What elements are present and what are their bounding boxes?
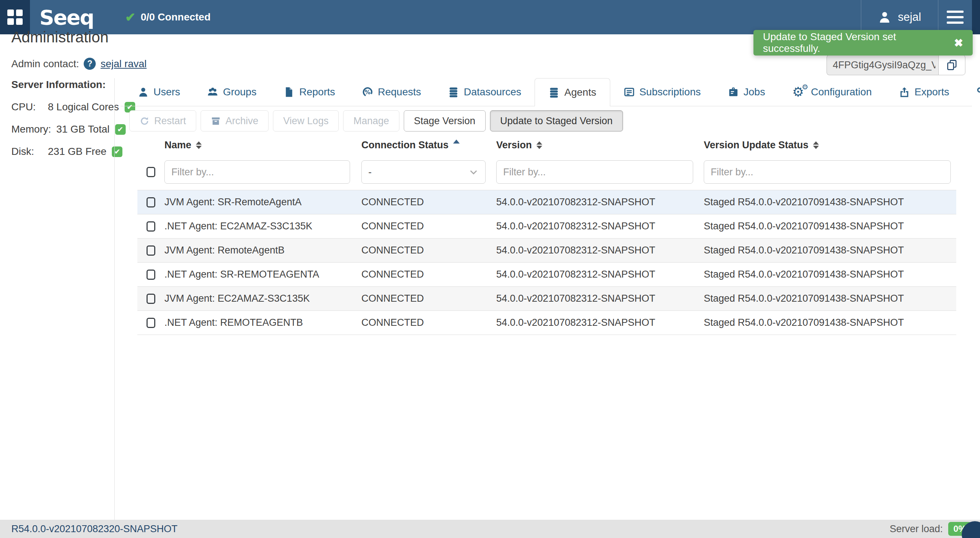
- column-header-name[interactable]: Name: [164, 140, 361, 151]
- table-row[interactable]: JVM Agent: SR-RemoteAgentA CONNECTED 54.…: [137, 190, 956, 214]
- toast-message: Update to Staged Version set successfull…: [754, 31, 945, 54]
- column-label: Connection Status: [361, 140, 449, 151]
- table-row[interactable]: JVM Agent: EC2AMAZ-S3C135K CONNECTED 54.…: [137, 287, 956, 311]
- tab-datasources[interactable]: Datasources: [434, 78, 535, 106]
- tab-label: Agents: [564, 87, 596, 98]
- hamburger-menu-button[interactable]: [939, 0, 972, 34]
- database-icon: [448, 87, 459, 97]
- agent-version: 54.0.0-v202107082312-SNAPSHOT: [496, 269, 704, 280]
- column-header-version[interactable]: Version: [496, 140, 704, 151]
- row-checkbox[interactable]: [146, 318, 155, 328]
- tab-label: Datasources: [464, 86, 521, 98]
- column-label: Version Update Status: [704, 140, 809, 151]
- grid-icon: [7, 10, 23, 25]
- connection-status: CONNECTED: [361, 197, 496, 208]
- table-header-row: Name Connection Status Version Version U…: [137, 136, 956, 154]
- version-update-status: Staged R54.0.0-v202107091438-SNAPSHOT: [704, 269, 956, 280]
- agents-table: Name Connection Status Version Version U…: [137, 136, 956, 335]
- column-header-version-update-status[interactable]: Version Update Status: [704, 140, 956, 151]
- table-row[interactable]: .NET Agent: SR-REMOTEAGENTA CONNECTED 54…: [137, 263, 956, 287]
- copy-api-key-button[interactable]: [939, 55, 966, 75]
- table-row[interactable]: .NET Agent: EC2AMAZ-S3C135K CONNECTED 54…: [137, 214, 956, 238]
- api-key-field[interactable]: [827, 55, 939, 75]
- tab-reports[interactable]: Reports: [270, 78, 348, 106]
- copy-icon: [946, 59, 958, 71]
- key-icon: [976, 87, 980, 97]
- admin-contact-link[interactable]: sejal raval: [100, 58, 146, 70]
- tab-configuration[interactable]: ⚙⚙ Configuration: [779, 78, 885, 106]
- server-version-label: R54.0.0-v202107082320-SNAPSHOT: [0, 524, 178, 535]
- connection-status: CONNECTED: [361, 317, 496, 329]
- name-filter-input[interactable]: [164, 160, 350, 184]
- database-icon: [549, 87, 559, 98]
- gears-icon: ⚙⚙: [792, 86, 804, 98]
- view-logs-button: View Logs: [273, 110, 339, 132]
- memory-ok-check-icon: ✔: [115, 124, 126, 135]
- server-info-row-disk: Disk: 231 GB Free ✔: [11, 146, 135, 157]
- tab-agents[interactable]: Agents: [535, 78, 610, 106]
- toast-close-icon[interactable]: ✖: [945, 37, 973, 49]
- agent-version: 54.0.0-v202107082312-SNAPSHOT: [496, 293, 704, 304]
- connection-status: CONNECTED: [361, 245, 496, 256]
- column-header-connection-status[interactable]: Connection Status: [361, 140, 496, 151]
- stage-version-button[interactable]: Stage Version: [404, 110, 485, 132]
- server-information: Server Information: CPU: 8 Logical Cores…: [11, 79, 135, 157]
- tab-jobs[interactable]: Jobs: [714, 78, 779, 106]
- agent-version: 54.0.0-v202107082312-SNAPSHOT: [496, 245, 704, 256]
- datasource-connection-status[interactable]: ✔ 0/0 Connected: [125, 11, 210, 23]
- version-filter-input[interactable]: [496, 160, 693, 184]
- tab-requests[interactable]: % Requests: [348, 78, 434, 106]
- briefcase-icon: [728, 87, 739, 97]
- row-checkbox[interactable]: [146, 294, 155, 304]
- tab-groups[interactable]: Groups: [194, 78, 270, 106]
- tab-exports[interactable]: Exports: [885, 78, 963, 106]
- tab-users[interactable]: Users: [124, 78, 194, 106]
- connection-status: CONNECTED: [361, 221, 496, 232]
- version-update-status: Staged R54.0.0-v202107091438-SNAPSHOT: [704, 245, 956, 256]
- disk-value: 231 GB Free: [48, 146, 106, 157]
- row-checkbox[interactable]: [146, 246, 155, 256]
- agent-name: JVM Agent: EC2AMAZ-S3C135K: [164, 293, 361, 304]
- cpu-label: CPU:: [11, 101, 43, 113]
- disk-ok-check-icon: ✔: [112, 146, 123, 157]
- table-filter-row: -: [137, 154, 956, 190]
- tab-label: Subscriptions: [640, 86, 701, 98]
- api-key-group: [827, 55, 966, 75]
- row-checkbox[interactable]: [146, 197, 155, 208]
- tab-label: Configuration: [811, 86, 872, 98]
- connection-status: CONNECTED: [361, 293, 496, 304]
- tab-subscriptions[interactable]: Subscriptions: [610, 78, 714, 106]
- row-checkbox[interactable]: [146, 270, 155, 280]
- update-to-staged-version-button[interactable]: Update to Staged Version: [490, 110, 623, 132]
- agent-version: 54.0.0-v202107082312-SNAPSHOT: [496, 197, 704, 208]
- tab-label: Reports: [299, 86, 335, 98]
- agent-name: .NET Agent: SR-REMOTEAGENTA: [164, 269, 361, 280]
- tab-label: Groups: [223, 86, 256, 98]
- version-update-status-filter-input[interactable]: [704, 160, 951, 184]
- username-label: sejal: [898, 11, 921, 24]
- page-title: Administration: [11, 29, 108, 46]
- tab-access-keys[interactable]: Access Keys: [963, 78, 980, 106]
- manage-button: Manage: [343, 110, 399, 132]
- success-toast: Update to Staged Version set successfull…: [754, 30, 973, 56]
- server-load-label: Server load:: [890, 524, 943, 535]
- user-menu[interactable]: sejal: [861, 0, 938, 34]
- seeq-logo[interactable]: Seeq: [40, 5, 94, 29]
- svg-text:%: %: [365, 89, 371, 96]
- button-label: Stage Version: [414, 116, 476, 127]
- column-label: Name: [164, 140, 191, 151]
- table-row[interactable]: JVM Agent: RemoteAgentB CONNECTED 54.0.0…: [137, 238, 956, 263]
- users-icon: [207, 87, 218, 97]
- row-checkbox[interactable]: [146, 221, 155, 232]
- tab-label: Users: [153, 86, 180, 98]
- version-update-status: Staged R54.0.0-v202107091438-SNAPSHOT: [704, 197, 956, 208]
- table-row[interactable]: .NET Agent: REMOTEAGENTB CONNECTED 54.0.…: [137, 311, 956, 335]
- connection-status-filter-select[interactable]: -: [361, 160, 485, 184]
- server-info-row-memory: Memory: 31 GB Total ✔: [11, 124, 135, 135]
- agent-name: JVM Agent: RemoteAgentB: [164, 245, 361, 256]
- help-question-icon[interactable]: ?: [84, 58, 96, 70]
- select-all-checkbox[interactable]: [146, 167, 155, 177]
- admin-contact-label: Admin contact:: [11, 58, 79, 70]
- disk-label: Disk:: [11, 146, 43, 157]
- connected-label: 0/0 Connected: [141, 11, 210, 23]
